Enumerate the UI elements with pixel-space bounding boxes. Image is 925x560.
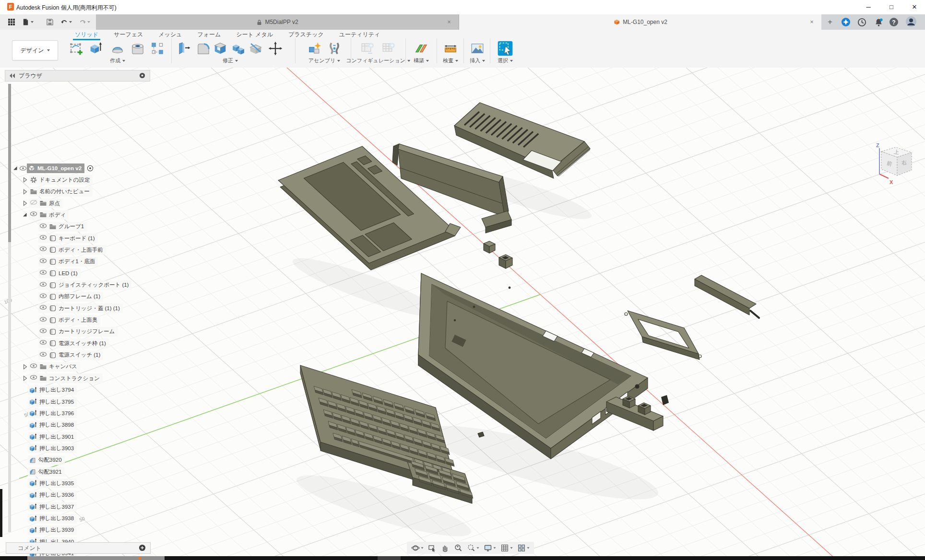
viewports-button[interactable] [516, 544, 531, 552]
select-button[interactable] [497, 40, 513, 57]
tree-row[interactable]: 押し出し3795 [28, 397, 77, 407]
press-pull-button[interactable] [176, 40, 192, 57]
tree-row[interactable]: ボディ1・底面 [38, 257, 98, 267]
visibility-eye-icon[interactable] [39, 292, 47, 302]
visibility-eye-icon[interactable] [39, 315, 47, 325]
visibility-eye-icon[interactable] [19, 164, 26, 172]
undo-button[interactable] [60, 17, 72, 27]
model-small-block-1[interactable] [484, 241, 495, 253]
visibility-eye-icon[interactable] [30, 362, 37, 372]
visibility-eye-icon[interactable] [39, 268, 47, 278]
maximize-button[interactable]: □ [881, 0, 902, 14]
shell-button[interactable] [212, 40, 228, 57]
add-comment-icon[interactable] [139, 544, 146, 551]
ribbon-tab-2[interactable]: メッシュ [151, 30, 190, 40]
pan-button[interactable] [439, 544, 451, 552]
file-button[interactable] [22, 17, 34, 27]
tree-row[interactable]: 押し出し3903 [28, 443, 77, 453]
expand-arrow[interactable] [12, 164, 18, 172]
tree-row[interactable]: 押し出し3901 [28, 432, 77, 442]
tree-row[interactable]: カートリッジ・蓋 (1) (1) [38, 303, 123, 313]
model-switch-bar[interactable] [606, 396, 663, 431]
expand-arrow[interactable] [21, 363, 28, 371]
tree-row[interactable]: 名前の付いたビュー [21, 187, 93, 197]
tree-row[interactable]: ML-G10_open v2 [12, 163, 94, 173]
tree-row[interactable]: 電源スイッチ (1) [38, 350, 103, 360]
hole-button[interactable] [130, 40, 146, 57]
group-dropdown-7[interactable]: 選択 [498, 57, 513, 64]
job-status-icon[interactable] [855, 16, 868, 28]
model-small-block-2[interactable] [499, 255, 512, 268]
save-button[interactable] [44, 17, 56, 27]
browser-scrollbar-thumb[interactable] [8, 84, 11, 242]
tree-row[interactable]: 押し出し3938 [28, 514, 77, 524]
fillet-button[interactable] [195, 40, 212, 57]
close-button[interactable]: ✕ [904, 0, 925, 14]
tree-row[interactable]: 押し出し3794 [28, 385, 77, 395]
split-body-button[interactable] [248, 40, 264, 57]
group-dropdown-5[interactable]: 検査 [443, 57, 458, 64]
extensions-icon[interactable] [840, 16, 852, 28]
tree-row[interactable]: 電源スイッチ枠 (1) [38, 338, 109, 348]
ribbon-tab-0[interactable]: ソリッド [67, 30, 106, 40]
tree-row[interactable]: ボディ・上面奥 [38, 315, 100, 325]
group-dropdown-3[interactable]: コンフィギュレーション [346, 57, 410, 64]
visibility-eye-icon[interactable] [39, 327, 47, 337]
combine-button[interactable] [230, 40, 247, 57]
tree-row[interactable]: 勾配3921 [28, 467, 65, 477]
tree-row[interactable]: カートリッジフレーム [38, 327, 118, 337]
tab-close-button[interactable]: × [445, 18, 453, 26]
grid-display-button[interactable] [499, 544, 514, 552]
measure-button[interactable] [442, 40, 459, 57]
joint-button[interactable] [326, 40, 343, 57]
visibility-eye-icon[interactable] [39, 222, 47, 232]
ribbon-tab-4[interactable]: シート メタル [228, 30, 281, 40]
canvas-viewport[interactable]: 100 50 50 [0, 68, 925, 556]
model-hinge-bracket[interactable] [695, 275, 759, 318]
document-tab-ml-g10-open[interactable]: ML-G10_open v2 × [459, 14, 821, 30]
collapse-panel-icon[interactable] [9, 73, 16, 79]
expand-arrow[interactable] [21, 188, 28, 196]
activate-radio-icon[interactable] [86, 164, 93, 172]
look-at-button[interactable] [427, 544, 438, 552]
tree-row[interactable]: コンストラクション [21, 373, 103, 383]
tree-row[interactable]: ボディ・上面手前 [38, 245, 106, 255]
extrude-button[interactable] [88, 40, 104, 57]
document-tab-m5dialpp[interactable]: M5DialPP v2 × [96, 14, 459, 30]
pattern-button[interactable] [149, 40, 166, 57]
tree-row[interactable]: 押し出し3935 [28, 478, 77, 488]
tree-row[interactable]: ドキュメントの設定 [21, 175, 93, 185]
app-grid-button[interactable] [6, 17, 17, 27]
tree-row[interactable]: 押し出し3796 [28, 408, 77, 418]
tab-close-button[interactable]: × [808, 18, 816, 26]
zoom-button[interactable] [452, 544, 464, 552]
orbit-button[interactable] [410, 544, 425, 552]
tree-row[interactable]: 勾配3920 [28, 455, 65, 465]
tree-row[interactable]: キャンバス [21, 362, 80, 372]
model-rear-cover[interactable] [454, 103, 590, 178]
visibility-eye-icon[interactable] [30, 373, 37, 383]
fit-button[interactable] [465, 544, 481, 552]
visibility-eye-icon[interactable] [39, 303, 47, 313]
display-settings-dot-icon[interactable] [139, 72, 145, 79]
expand-arrow[interactable] [21, 211, 28, 219]
configure-features-button[interactable] [380, 40, 397, 57]
visibility-eye-icon[interactable] [39, 338, 47, 348]
configuration-table-button[interactable] [359, 40, 376, 57]
ribbon-tab-6[interactable]: ユーティリティ [332, 30, 388, 40]
notifications-icon[interactable] [872, 16, 885, 28]
tree-row[interactable]: 原点 [21, 198, 63, 208]
tree-row[interactable]: ジョイスティックポート (1) [38, 280, 131, 290]
tree-row[interactable]: 押し出し3937 [28, 502, 77, 512]
ribbon-tab-3[interactable]: フォーム [190, 30, 228, 40]
visibility-eye-icon[interactable] [30, 210, 37, 220]
display-settings-button[interactable] [482, 544, 498, 552]
visibility-eye-icon[interactable] [39, 233, 47, 243]
create-sketch-button[interactable] [69, 40, 85, 57]
construct-plane-button[interactable] [413, 40, 429, 57]
tree-row[interactable]: LED (1) [38, 268, 81, 278]
visibility-eye-icon[interactable] [39, 245, 47, 255]
tree-row[interactable]: グループ1 [38, 222, 87, 232]
ribbon-tab-1[interactable]: サーフェス [106, 30, 151, 40]
group-dropdown-6[interactable]: 挿入 [470, 57, 485, 64]
